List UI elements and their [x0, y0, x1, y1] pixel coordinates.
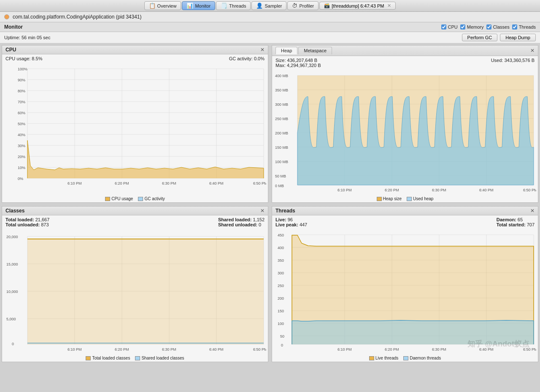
heap-chart-area: 400 MB 350 MB 300 MB 250 MB 200 MB 150 M…: [272, 70, 538, 195]
classes-legend: Total loaded classes Shared loaded class…: [2, 354, 268, 362]
heap-legend: Heap size Used heap: [272, 195, 538, 202]
svg-text:100 MB: 100 MB: [275, 160, 288, 164]
svg-text:6:50 PM: 6:50 PM: [523, 188, 536, 192]
svg-text:80%: 80%: [18, 89, 25, 93]
cpu-panel: CPU ✕ CPU usage: 8.5% GC activity: 0.0% …: [2, 45, 268, 203]
svg-text:150 MB: 150 MB: [275, 145, 288, 150]
shared-unloaded-stat: Shared unloaded: 0: [218, 222, 265, 227]
window-circle-icon: [4, 14, 9, 19]
memory-checkbox-group[interactable]: Memory: [460, 24, 484, 30]
tab-profiler[interactable]: ⏱ Profiler: [287, 1, 319, 10]
threads-icon: 🗒️: [221, 3, 227, 9]
cpu-panel-close-icon[interactable]: ✕: [260, 47, 265, 53]
tab-threaddump[interactable]: 🗃️ [threaddump] 6:47:43 PM ✕: [319, 2, 396, 10]
heap-dump-button[interactable]: Heap Dump: [500, 34, 536, 41]
cpu-usage-swatch: [105, 197, 110, 201]
monitor-icon: 📊: [186, 3, 193, 9]
cpu-panel-stats: CPU usage: 8.5% GC activity: 0.0%: [2, 54, 268, 63]
svg-text:200: 200: [278, 296, 284, 301]
app-title-bar: com.tal.coding.platform.CodingApiApplica…: [0, 12, 540, 22]
heap-chart-svg: 400 MB 350 MB 300 MB 250 MB 200 MB 150 M…: [274, 71, 536, 193]
svg-text:150: 150: [278, 309, 284, 313]
gc-activity-swatch: [138, 197, 143, 201]
svg-text:350: 350: [278, 258, 284, 263]
classes-panel-header: Classes ✕: [2, 207, 268, 215]
svg-text:6:30 PM: 6:30 PM: [432, 188, 446, 192]
svg-text:50 MB: 50 MB: [275, 174, 286, 178]
svg-text:400: 400: [278, 246, 284, 250]
classes-panel: Classes ✕ Total loaded: 21,667 Total unl…: [2, 206, 268, 362]
svg-text:60%: 60%: [18, 111, 25, 115]
svg-text:6:20 PM: 6:20 PM: [115, 181, 129, 185]
tab-sampler[interactable]: 👤 Sampler: [251, 1, 286, 10]
threads-panel-close-icon[interactable]: ✕: [530, 208, 535, 214]
svg-text:6:20 PM: 6:20 PM: [115, 347, 129, 352]
svg-text:30%: 30%: [18, 144, 25, 148]
live-stat: Live: 96: [275, 217, 307, 222]
live-threads-swatch: [369, 356, 374, 360]
svg-text:0 MB: 0 MB: [275, 184, 284, 188]
svg-text:6:40 PM: 6:40 PM: [479, 188, 494, 192]
svg-text:50%: 50%: [18, 122, 25, 126]
heap-size-stat: Size: 436,207,648 B: [275, 58, 321, 63]
monitor-header: Monitor CPU Memory Classes Threads: [0, 22, 540, 32]
action-buttons: Perform GC Heap Dump: [462, 34, 536, 41]
heap-panel: Heap Metaspace ✕ Size: 436,207,648 B Max…: [272, 45, 538, 203]
heap-size-swatch: [377, 197, 382, 201]
gc-activity-stat: GC activity: 0.0%: [229, 56, 265, 61]
cpu-checkbox-group[interactable]: CPU: [441, 24, 458, 30]
svg-text:6:50 PM: 6:50 PM: [523, 347, 536, 352]
classes-panel-close-icon[interactable]: ✕: [260, 208, 265, 214]
threads-checkbox[interactable]: [512, 24, 517, 30]
cpu-panel-header: CPU ✕: [2, 46, 268, 54]
close-tab-icon[interactable]: ✕: [387, 3, 391, 8]
classes-chart-svg: 20,000 15,000 10,000 5,000 0: [4, 231, 266, 353]
perform-gc-button[interactable]: Perform GC: [462, 34, 498, 41]
classes-checkbox[interactable]: [486, 24, 491, 30]
daemon-stat: Daemon: 65: [497, 217, 535, 222]
cpu-checkbox[interactable]: [441, 24, 446, 30]
cpu-legend: CPU usage GC activity: [2, 195, 268, 202]
live-peak-stat: Live peak: 447: [275, 222, 307, 227]
threads-panel-stats: Live: 96 Live peak: 447 Daemon: 65 Total…: [272, 215, 538, 229]
threads-checkbox-group[interactable]: Threads: [512, 24, 536, 30]
total-loaded-stat: Total loaded: 21,667: [5, 217, 49, 222]
cpu-usage-legend: CPU usage: [105, 196, 133, 201]
svg-text:6:10 PM: 6:10 PM: [68, 347, 82, 352]
svg-text:6:10 PM: 6:10 PM: [338, 347, 352, 352]
total-loaded-legend-label: Total loaded classes: [92, 356, 130, 360]
tab-metaspace[interactable]: Metaspace: [298, 47, 332, 54]
svg-text:15,000: 15,000: [6, 262, 18, 266]
svg-text:20,000: 20,000: [6, 235, 18, 239]
svg-text:6:50 PM: 6:50 PM: [253, 181, 266, 185]
threads-legend: Live threads Daemon threads: [272, 354, 538, 362]
heap-panel-tabs: Heap Metaspace: [275, 47, 333, 54]
classes-checkbox-group[interactable]: Classes: [486, 24, 510, 30]
tab-threads[interactable]: 🗒️ Threads: [216, 1, 251, 10]
svg-text:300: 300: [278, 271, 284, 275]
heap-panel-header: Heap Metaspace ✕: [272, 46, 538, 56]
cpu-chart-area: 100% 90% 80% 70% 60% 50% 40% 30% 20% 10%…: [2, 63, 268, 195]
svg-text:20%: 20%: [18, 155, 25, 159]
heap-panel-close-icon[interactable]: ✕: [530, 48, 535, 54]
svg-text:0: 0: [281, 343, 283, 347]
svg-text:450: 450: [278, 233, 284, 237]
profiler-icon: ⏱: [292, 3, 297, 9]
total-loaded-legend: Total loaded classes: [86, 356, 130, 360]
daemon-threads-legend-label: Daemon threads: [410, 356, 441, 360]
threaddump-icon: 🗃️: [324, 3, 330, 8]
memory-checkbox[interactable]: [460, 24, 465, 30]
tab-heap[interactable]: Heap: [275, 47, 297, 54]
daemon-threads-area: [292, 320, 534, 344]
shared-loaded-legend: Shared loaded classes: [135, 356, 184, 360]
svg-text:50: 50: [280, 334, 284, 338]
svg-text:300 MB: 300 MB: [275, 102, 288, 107]
svg-text:6:40 PM: 6:40 PM: [209, 347, 224, 352]
svg-text:6:20 PM: 6:20 PM: [385, 347, 399, 352]
total-started-stat: Total started: 707: [497, 222, 535, 227]
threads-panel: Threads ✕ Live: 96 Live peak: 447 Daemon…: [272, 206, 538, 362]
used-heap-swatch: [407, 197, 412, 201]
tab-monitor[interactable]: 📊 Monitor: [182, 1, 215, 10]
svg-text:250: 250: [278, 284, 284, 288]
tab-overview[interactable]: 📋 Overview: [144, 1, 181, 10]
